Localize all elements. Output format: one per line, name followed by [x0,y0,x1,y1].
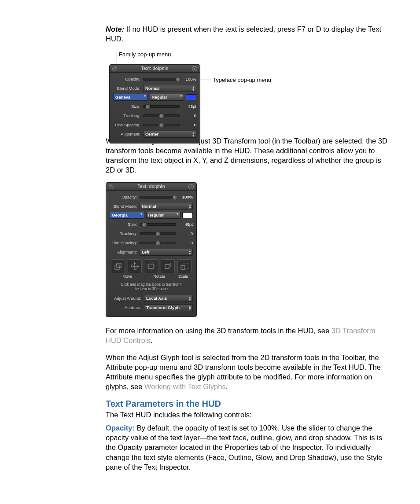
chevron-down-icon: ▾ [177,213,179,215]
chevron-down-icon: ▾ [144,95,146,97]
link-working-with-text-glyphs[interactable]: Working with Text Glyphs [144,383,226,390]
chevron-icon: ▴▾ [189,250,191,255]
line-spacing-value: 0 [180,122,196,127]
line-spacing-slider[interactable] [140,242,176,244]
rotate-3d-tool-icon[interactable] [161,259,175,273]
alignment-select[interactable]: Center▴▾ [143,131,196,138]
opacity-slider[interactable] [143,78,180,81]
blend-label: Blend Mode: [113,86,143,91]
scale-tool-icon[interactable] [177,259,192,273]
font-family-select[interactable]: Georgia▾ [110,212,144,219]
svg-rect-1 [117,263,121,268]
body-paragraph: For more information on using the 3D tra… [106,326,389,346]
chevron-icon: ▴▾ [189,296,191,301]
blend-mode-select[interactable]: Normal▴▾ [140,203,193,210]
hud-header[interactable]: Text: dolphin i [110,65,200,73]
svg-point-3 [147,262,155,270]
hud-hint: Click and drag the icons to transformthe… [110,281,193,294]
size-slider[interactable] [140,223,176,226]
size-value: 48pt [180,104,196,109]
info-icon[interactable]: i [192,66,197,71]
hud-header[interactable]: Text: dolphin i [106,183,196,191]
hud-title: Text: dolphin [141,66,168,71]
move-label: Move [111,274,143,279]
note-label: Note: [106,25,124,33]
alignment-label: Alignment: [113,132,143,136]
opacity-value: 100% [180,77,196,81]
text-hud-3d[interactable]: Text: dolphin i Opacity: 100% Blend Mode… [106,182,197,317]
tracking-value: 0 [180,113,196,118]
scale-label: Scale [175,274,191,279]
size-slider[interactable] [143,105,180,108]
note-text: If no HUD is present when the text is se… [106,25,381,43]
tracking-slider[interactable] [140,232,176,235]
body-paragraph: When the Adjust Glyph tool is selected f… [106,353,389,392]
chevron-icon: ▴▾ [192,86,195,91]
line-spacing-slider[interactable] [143,124,180,126]
alignment-select[interactable]: Left▴▾ [140,249,193,256]
section-heading: Text Parameters in the HUD [106,399,389,409]
chevron-down-icon: ▾ [180,95,182,97]
move-arrows-tool-icon[interactable] [128,259,142,273]
tracking-label: Tracking: [113,113,143,118]
close-icon[interactable] [109,184,114,189]
move-axis-tool-icon[interactable] [111,259,125,273]
adjust-around-select[interactable]: Local Axis▴▾ [144,295,193,302]
chevron-icon: ▴▾ [189,305,191,310]
opacity-term: Opacity: [106,424,135,432]
opacity-label: Opacity: [113,77,143,81]
tracking-slider[interactable] [143,114,180,117]
opacity-slider[interactable] [140,196,176,199]
attribute-label: Attribute: [110,305,144,310]
chevron-down-icon: ▾ [140,213,143,215]
hud-title: Text: dolphin [137,184,165,189]
color-swatch[interactable] [182,212,193,218]
font-family-select[interactable]: Geneva▾ [113,94,148,101]
size-label: Size: [113,104,143,109]
callout-family: Family pop-up menu [119,51,171,58]
svg-rect-4 [165,265,169,269]
font-typeface-select[interactable]: Regular▾ [150,94,184,101]
svg-rect-0 [115,265,119,269]
chevron-icon: ▴▾ [189,204,191,209]
chevron-icon: ▴▾ [192,132,195,137]
close-icon[interactable] [112,66,117,71]
blend-mode-select[interactable]: Normal▴▾ [143,85,196,92]
note-paragraph: Note: If no HUD is present when the text… [106,24,389,44]
rotate-label: Rotate [143,274,175,279]
section-intro: The Text HUD includes the following cont… [106,410,389,419]
line-spacing-label: Line Spacing: [113,122,143,127]
font-typeface-select[interactable]: Regular▾ [146,212,181,219]
opacity-definition: Opacity: By default, the opacity of text… [106,423,389,472]
svg-rect-2 [149,264,153,269]
color-swatch[interactable] [186,94,196,100]
attribute-select[interactable]: Transform Glyph▴▾ [144,304,193,311]
svg-rect-6 [183,263,188,269]
rotate-tool-icon[interactable] [144,259,158,273]
info-icon[interactable]: i [188,184,194,189]
adjust-around-label: Adjust Around: [110,296,144,301]
callout-typeface: Typeface pop-up menu [213,77,271,83]
text-hud[interactable]: Text: dolphin i Opacity: 100% Blend Mode… [109,64,200,143]
